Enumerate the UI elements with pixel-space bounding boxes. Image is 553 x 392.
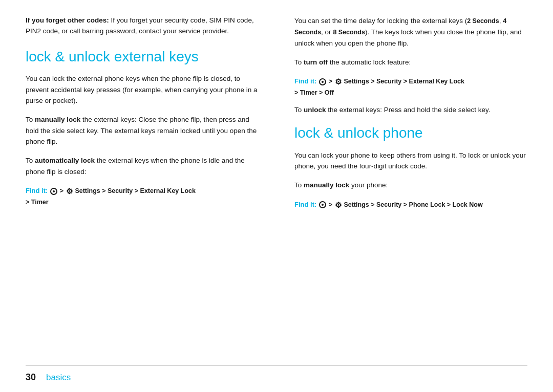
page: If you forget other codes: If you forget… bbox=[0, 0, 553, 392]
section2-title: lock & unlock phone bbox=[294, 124, 527, 142]
content-area: If you forget other codes: If you forget… bbox=[0, 0, 553, 365]
time-delay-bold1: 2 Seconds bbox=[467, 17, 499, 25]
turn-off-para: To turn off the automatic lock feature: bbox=[294, 57, 527, 68]
time-delay-bold3: 8 Seconds bbox=[333, 29, 365, 36]
menu-icon bbox=[50, 188, 57, 195]
findit1: Find it: > ⚙ Settings > Security > Exter… bbox=[26, 185, 259, 208]
intro-paragraph: If you forget other codes: If you forget… bbox=[26, 15, 259, 37]
intro-bold: If you forget other codes: bbox=[26, 16, 109, 24]
section2-para1: You can lock your phone to keep others f… bbox=[294, 150, 527, 172]
turn-off-rest: the automatic lock feature: bbox=[328, 58, 411, 66]
section1-title: lock & unlock external keys bbox=[26, 48, 259, 66]
findit1-icon-circle bbox=[50, 187, 60, 194]
settings-icon2: ⚙ bbox=[335, 76, 342, 88]
para2-prefix: To bbox=[26, 116, 35, 123]
turn-off-prefix: To bbox=[294, 58, 304, 66]
turn-off-bold: turn off bbox=[304, 58, 328, 66]
findit3: Find it: > ⚙ Settings > Security > Phone… bbox=[294, 199, 527, 211]
menu-icon2 bbox=[319, 78, 326, 85]
section1-para3: To automatically lock the external keys … bbox=[26, 155, 259, 177]
menu-icon3 bbox=[319, 201, 326, 208]
unlock-prefix: To bbox=[294, 106, 304, 114]
findit2: Find it: > ⚙ Settings > Security > Exter… bbox=[294, 76, 527, 98]
unlock-para: To unlock the external keys: Press and h… bbox=[294, 104, 527, 115]
findit3-label: Find it: bbox=[294, 201, 316, 208]
time-delay-or: , or bbox=[321, 28, 333, 36]
right-column: You can set the time delay for locking t… bbox=[289, 15, 527, 360]
findit1-label: Find it: bbox=[26, 187, 48, 194]
time-delay-text: You can set the time delay for locking t… bbox=[294, 17, 467, 25]
para3-bold: automatically lock bbox=[35, 157, 95, 164]
page-footer: 30 basics bbox=[0, 366, 553, 392]
section2-para2-prefix: To bbox=[294, 181, 304, 189]
settings-icon: ⚙ bbox=[66, 185, 73, 197]
para3-prefix: To bbox=[26, 157, 35, 164]
section1-para2: To manually lock the external keys: Clos… bbox=[26, 114, 259, 147]
left-column: If you forget other codes: If you forget… bbox=[26, 15, 269, 360]
settings-icon3: ⚙ bbox=[335, 199, 342, 211]
section2-para2: To manually lock your phone: bbox=[294, 180, 527, 190]
section1-para1: You can lock the external phone keys whe… bbox=[26, 73, 259, 106]
section2-para2-rest: your phone: bbox=[349, 181, 388, 189]
unlock-rest: the external keys: Press and hold the si… bbox=[326, 106, 491, 114]
section2-para2-bold: manually lock bbox=[304, 181, 349, 189]
findit2-label: Find it: bbox=[294, 77, 316, 85]
page-category: basics bbox=[46, 373, 71, 383]
time-delay-para: You can set the time delay for locking t… bbox=[294, 15, 527, 49]
para2-bold: manually lock bbox=[35, 116, 80, 123]
page-number: 30 bbox=[26, 372, 36, 383]
unlock-bold: unlock bbox=[304, 106, 326, 114]
